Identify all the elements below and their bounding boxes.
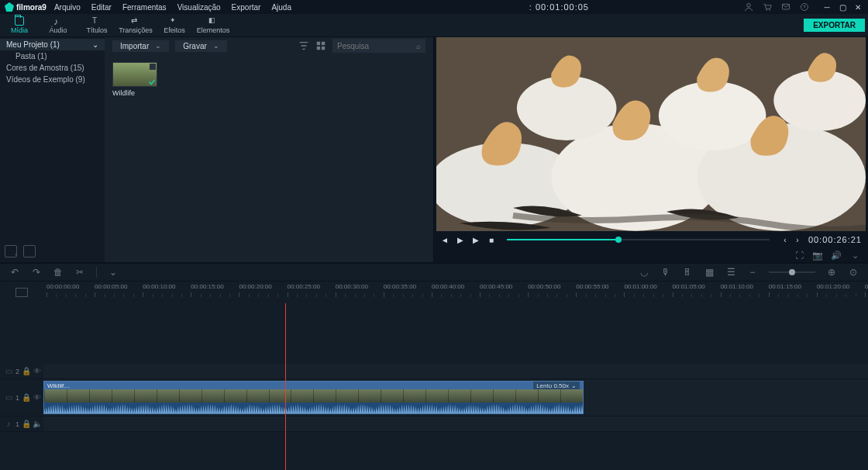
mixer-icon[interactable]: 🎚 — [682, 267, 693, 278]
timeline-tracks: ▭ 2 🔒 👁 ▭ 1 🔒 👁 Wildlif… Lento 0.50x — [0, 303, 868, 470]
ruler-tick-label: 00:01:05:00 — [673, 283, 705, 290]
filter-icon[interactable] — [298, 40, 309, 51]
search-icon[interactable]: ⌕ — [416, 42, 421, 50]
clip-speed-badge[interactable]: Lento 0.50x — [533, 382, 580, 389]
media-grid: Wildlife — [105, 54, 433, 262]
brand-text: filmora9 — [16, 3, 46, 12]
ruler-tick-label: 00:01:15:00 — [769, 283, 801, 290]
grid-view-icon[interactable] — [315, 40, 326, 51]
maximize-button[interactable]: ▢ — [837, 2, 848, 12]
lock-icon[interactable]: 🔒 — [22, 368, 30, 375]
tree-item[interactable]: Vídeos de Exemplo (9) — [0, 74, 105, 85]
delete-icon[interactable]: 🗑 — [53, 267, 64, 278]
menu-editar[interactable]: Editar — [91, 3, 112, 12]
tab-mídia[interactable]: Mídia — [0, 13, 39, 36]
tab-label: Áudio — [49, 26, 67, 34]
tab-elementos[interactable]: Elementos — [194, 13, 232, 36]
svg-point-0 — [747, 4, 751, 8]
tab-transições[interactable]: Transições — [116, 13, 155, 36]
menu-ferramentas[interactable]: Ferramentas — [122, 3, 167, 12]
next-marker-button[interactable]: › — [793, 235, 802, 244]
split-icon[interactable]: ✂ — [74, 267, 85, 278]
next-frame-button[interactable]: ▶ — [471, 235, 480, 244]
clip-thumbnail — [112, 62, 157, 87]
ruler-tick-label: 00:00:00:00 — [46, 283, 79, 290]
preview-viewport — [436, 37, 866, 231]
record-dropdown[interactable]: Gravar — [175, 40, 227, 52]
window-controls: ─ ▢ ✕ — [822, 2, 863, 12]
prev-frame-button[interactable]: ◄ — [440, 235, 450, 244]
play-button[interactable]: ▶ — [456, 235, 465, 244]
zoom-slider[interactable] — [769, 271, 815, 273]
lock-icon[interactable]: 🔒 — [22, 420, 30, 428]
chevron-down-icon[interactable]: ⌄ — [92, 40, 98, 49]
folder-icon[interactable] — [23, 245, 36, 257]
search-input[interactable] — [337, 42, 407, 50]
zoom-out-icon[interactable]: − — [747, 267, 758, 278]
eye-icon[interactable]: 👁 — [33, 368, 41, 375]
new-folder-icon[interactable] — [5, 245, 17, 257]
undo-icon[interactable]: ↶ — [9, 267, 20, 278]
edit-dropdown-icon[interactable]: ⌄ — [108, 267, 119, 278]
user-icon[interactable] — [744, 2, 753, 12]
track-body[interactable]: Wildlif… Lento 0.50x — [43, 379, 868, 416]
preview-frame-svg — [436, 37, 866, 231]
volume-icon[interactable]: 🔊 — [831, 250, 842, 261]
zoom-knob[interactable] — [789, 269, 795, 275]
settings-chevron-icon[interactable]: ⌄ — [849, 250, 860, 261]
ruler-tick-label: 00:01:25:00 — [865, 283, 868, 290]
progress-track[interactable] — [507, 239, 770, 240]
trans-icon — [131, 16, 140, 26]
media-body: Importar Gravar ⌕ Wildlife — [105, 37, 433, 262]
tab-títulos[interactable]: Títulos — [78, 13, 116, 36]
menu-exportar[interactable]: Exportar — [232, 3, 261, 12]
mic-icon[interactable]: 🎙 — [660, 267, 671, 278]
track-header: ♪ 1 🔒 🔈 — [0, 416, 43, 431]
menu-arquivo[interactable]: Arquivo — [54, 3, 81, 12]
tree-item[interactable]: Cores de Amostra (15) — [0, 62, 105, 74]
ruler-gutter-icon[interactable] — [16, 288, 28, 297]
prev-marker-button[interactable]: ‹ — [780, 235, 790, 244]
marker-icon[interactable]: ◡ — [639, 267, 649, 278]
message-icon[interactable] — [781, 2, 790, 12]
import-dropdown[interactable]: Importar — [112, 40, 169, 52]
tree-item[interactable]: Pasta (1) — [0, 50, 105, 62]
fullscreen-icon[interactable]: ⛶ — [794, 250, 804, 261]
render-icon[interactable]: ▦ — [704, 267, 715, 278]
timeline-ruler[interactable]: 00:00:00:0000:00:05:0000:00:10:0000:00:1… — [43, 282, 868, 303]
logo-icon — [5, 2, 14, 12]
track-spacer — [0, 303, 868, 364]
minimize-button[interactable]: ─ — [822, 2, 832, 12]
fx-icon — [170, 16, 179, 26]
help-icon[interactable]: ? — [800, 2, 809, 12]
zoom-fit-icon[interactable]: ⊙ — [848, 267, 859, 278]
eye-icon[interactable]: 👁 — [33, 394, 41, 402]
lock-icon[interactable]: 🔒 — [22, 394, 30, 402]
manage-tracks-icon[interactable]: ☰ — [725, 267, 736, 278]
track-body[interactable] — [43, 416, 868, 431]
menu-visualização[interactable]: Visualização — [177, 3, 221, 12]
timeline-clip[interactable]: Wildlif… Lento 0.50x — [43, 381, 584, 414]
cart-icon[interactable] — [763, 2, 772, 12]
media-clip[interactable]: Wildlife — [112, 62, 157, 254]
folder-icon — [15, 16, 24, 26]
transport-bar: ◄ ▶ ▶ ■ ‹ › 00:00:26:21 — [434, 231, 868, 248]
close-button[interactable]: ✕ — [852, 2, 863, 12]
main-split: Meu Projeto (1) ⌄Pasta (1)Cores de Amost… — [0, 37, 868, 262]
menu-bar: filmora9 ArquivoEditarFerramentasVisuali… — [0, 0, 868, 14]
audio-track-icon: ♪ — [5, 420, 12, 428]
tab-efeitos[interactable]: Efeitos — [155, 13, 194, 36]
stop-button[interactable]: ■ — [487, 235, 496, 244]
tab-áudio[interactable]: Áudio — [39, 13, 78, 36]
mute-icon[interactable]: 🔈 — [33, 420, 41, 428]
tree-item[interactable]: Meu Projeto (1) ⌄ — [0, 39, 105, 50]
menu-ajuda[interactable]: Ajuda — [271, 3, 291, 12]
redo-icon[interactable]: ↷ — [31, 267, 42, 278]
zoom-in-icon[interactable]: ⊕ — [826, 267, 837, 278]
snapshot-icon[interactable]: 📷 — [812, 250, 823, 261]
app-logo: filmora9 — [5, 2, 46, 12]
playhead[interactable] — [285, 303, 286, 470]
track-body[interactable] — [43, 364, 868, 378]
export-button[interactable]: EXPORTAR — [804, 19, 865, 32]
progress-knob[interactable] — [615, 237, 622, 243]
